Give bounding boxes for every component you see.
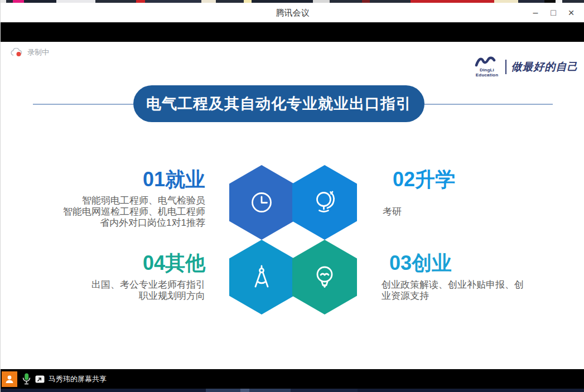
minimize-button[interactable]: – — [527, 3, 544, 22]
shared-screen-slide: 录制中 DingLi Education 做最好的自己 电气工程及其自动化专业就… — [1, 42, 584, 369]
screen-share-icon — [35, 375, 45, 383]
hexagon-cluster — [229, 165, 357, 314]
logo-divider — [505, 60, 506, 74]
close-button[interactable]: × — [562, 3, 580, 22]
tencent-meeting-window: 腾讯会议 – □ × 录制中 — [0, 0, 584, 392]
section-further-study-line: 考研 — [383, 206, 455, 217]
window-title: 腾讯会议 — [1, 8, 584, 18]
section-employment: 01就业 智能弱电工程师、电气检验员 智能电网巡检工程师、机电工程师 省内外对口… — [63, 168, 205, 229]
section-further-study: 02升学 考研 — [383, 168, 455, 217]
window-controls: – □ × — [527, 3, 580, 22]
hexagon-entrepreneurship — [292, 240, 357, 314]
slide-title: 电气工程及其自动化专业就业出口指引 — [146, 94, 412, 114]
title-divider-right — [424, 104, 553, 105]
section-other-line: 出国、考公专业老师有指引 — [91, 279, 205, 291]
hexagon-further-study — [292, 165, 357, 240]
logo-slogan: 做最好的自己 — [511, 60, 578, 74]
compass-icon — [246, 262, 277, 293]
logo-mark: DingLi Education — [475, 56, 499, 78]
slide-title-pill: 电气工程及其自动化专业就业出口指引 — [133, 85, 424, 122]
recording-label: 录制中 — [27, 47, 49, 57]
recording-indicator: 录制中 — [11, 47, 49, 57]
section-entrepreneurship-line: 业资源支持 — [382, 291, 524, 302]
microphone-icon — [22, 372, 31, 385]
screen-share-bar: 马秀玮的屏幕共享 — [1, 369, 584, 389]
section-other-line: 职业规划明方向 — [91, 291, 205, 302]
bulb-icon — [309, 262, 340, 293]
section-employment-line: 智能弱电工程师、电气检验员 — [63, 195, 205, 206]
logo-brand-line2: Education — [476, 72, 498, 78]
logo-brand-line1: DingLi — [480, 67, 494, 72]
logo-wave-icon — [475, 56, 499, 67]
maximize-button[interactable]: □ — [544, 3, 562, 22]
window-titlebar: 腾讯会议 – □ × — [1, 3, 584, 22]
section-employment-line: 省内外对口岗位1对1推荐 — [63, 217, 205, 229]
hexagon-employment — [229, 165, 294, 240]
section-further-study-heading: 02升学 — [393, 168, 455, 191]
title-divider-left — [33, 104, 133, 105]
section-entrepreneurship: 03创业 创业政策解读、创业补贴申报、创 业资源支持 — [382, 251, 524, 302]
section-employment-line: 智能电网巡检工程师、机电工程师 — [63, 206, 205, 217]
hexagon-other — [229, 240, 294, 314]
participant-avatar — [2, 371, 17, 387]
cloud-record-icon — [11, 48, 24, 57]
section-employment-heading: 01就业 — [63, 168, 205, 191]
section-other: 04其他 出国、考公专业老师有指引 职业规划明方向 — [91, 251, 205, 302]
section-entrepreneurship-line: 创业政策解读、创业补贴申报、创 — [382, 279, 524, 291]
meeting-top-bar — [1, 22, 584, 42]
clock-icon — [246, 187, 277, 218]
section-other-heading: 04其他 — [91, 251, 205, 275]
dingli-logo: DingLi Education 做最好的自己 — [475, 56, 578, 78]
person-icon — [4, 374, 15, 385]
screen-share-label: 马秀玮的屏幕共享 — [49, 374, 107, 384]
section-entrepreneurship-heading: 03创业 — [389, 251, 524, 275]
globe-icon — [309, 187, 340, 218]
taskbar-edge-strip — [1, 389, 584, 392]
